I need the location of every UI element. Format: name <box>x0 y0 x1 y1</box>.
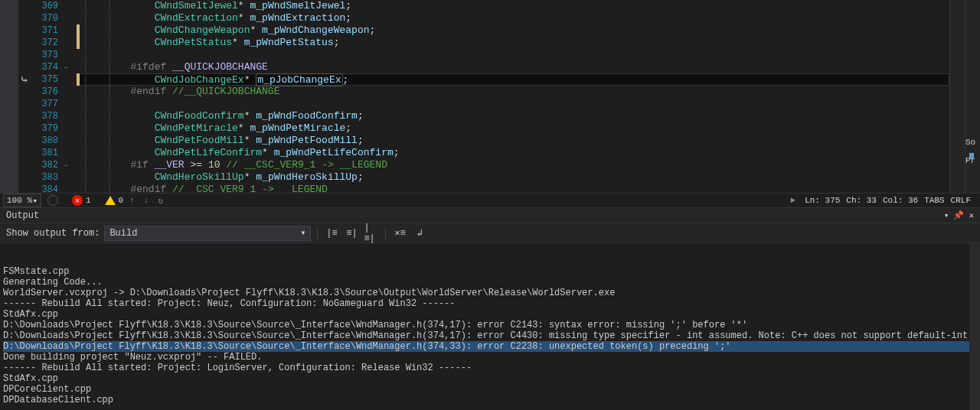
error-count: 1 <box>86 196 91 205</box>
nav-sync-icon[interactable]: ↻ <box>155 196 166 206</box>
indent-right-icon[interactable]: |≡| <box>364 226 379 241</box>
scroll-right-icon[interactable]: ► <box>788 196 799 205</box>
editor-scrollbar[interactable] <box>949 0 965 193</box>
window-position-icon[interactable]: ▾ <box>944 210 949 220</box>
indent-left-icon[interactable]: |≡ <box>324 226 339 241</box>
output-toolbar: Show output from: Build▾ |≡ ≡| |≡| ✕≡ ↲ <box>0 223 980 243</box>
editor-code-area[interactable]: │ │ CWndSmeltJewel* m_pWndSmeltJewel;│ │… <box>80 0 949 193</box>
output-panel: Output ▾ 📌 ✕ Show output from: Build▾ |≡… <box>0 207 980 410</box>
nav-down-icon[interactable]: ↓ <box>141 196 152 205</box>
status-char: Ch: 33 <box>846 196 877 205</box>
close-icon[interactable]: ✕ <box>969 210 974 220</box>
output-header[interactable]: Output ▾ 📌 ✕ <box>0 208 980 223</box>
health-icon <box>47 195 58 206</box>
output-vscroll[interactable] <box>969 243 980 410</box>
editor-status-bar: 100 %▾ ✕ 1 0 ↑ ↓ ↻ ► Ln: 375 Ch: 33 Col:… <box>0 193 980 207</box>
output-text[interactable]: FSMstate.cppGenerating Code...WorldServe… <box>0 243 980 410</box>
clear-all-icon[interactable]: ✕≡ <box>392 226 407 241</box>
side-tool-tabs[interactable]: So Pr <box>965 0 980 193</box>
output-source-select[interactable]: Build▾ <box>104 226 311 241</box>
word-wrap-icon[interactable]: ↲ <box>412 226 427 241</box>
status-line: Ln: 375 <box>805 196 840 205</box>
indent-mid-icon[interactable]: ≡| <box>344 226 359 241</box>
editor-gutter: 369370371372373374-⤷37537637737837938038… <box>18 0 80 193</box>
code-editor[interactable]: 369370371372373374-⤷37537637737837938038… <box>0 0 980 193</box>
side-tab-solution[interactable]: So <box>965 138 980 147</box>
error-icon[interactable]: ✕ <box>72 195 83 206</box>
pin-icon[interactable]: 📌 <box>953 210 964 220</box>
status-col: Col: 36 <box>883 196 918 205</box>
warning-count: 0 <box>119 196 124 205</box>
nav-up-icon[interactable]: ↑ <box>126 196 138 205</box>
output-title: Output <box>6 210 39 221</box>
status-tabs[interactable]: TABS <box>924 196 944 205</box>
zoom-dropdown[interactable]: 100 %▾ <box>3 194 41 207</box>
output-source-label: Show output from: <box>6 228 100 239</box>
status-crlf[interactable]: CRLF <box>951 196 971 205</box>
warning-icon[interactable] <box>105 196 116 205</box>
